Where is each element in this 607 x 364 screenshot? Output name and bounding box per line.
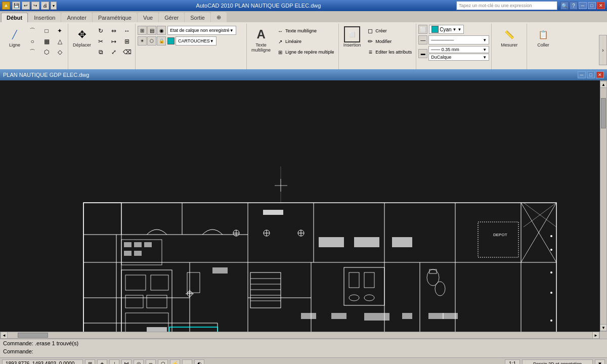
drawing-restore-button[interactable]: □ (587, 71, 595, 78)
texte-button[interactable]: A Textemultiligne (249, 25, 273, 54)
vscroll-thumb[interactable] (601, 98, 606, 128)
color-swatch[interactable] (167, 37, 175, 44)
dyn-button[interactable]: ⚡ (170, 359, 180, 365)
creer-icon: ◻ (366, 27, 374, 35)
color-dropdown[interactable]: Cyan ▼ (429, 25, 464, 34)
trim-button[interactable]: ✂ (95, 36, 107, 47)
deplacer-button[interactable]: ✥ Déplacer (70, 25, 94, 49)
lineaire-button[interactable]: ↔ Texte multiligne (274, 26, 336, 36)
tab-gerer[interactable]: Gérer (159, 13, 184, 22)
polar-button[interactable]: ⋈ (121, 359, 132, 365)
mesurer-button[interactable]: 📏 Mesurer (498, 25, 520, 49)
tab-insertion[interactable]: Insertion (28, 13, 61, 22)
layer-icon-1[interactable]: ⊞ (138, 26, 147, 35)
draw-more-2[interactable]: △ (54, 36, 66, 47)
minimize-button[interactable]: ─ (579, 2, 587, 9)
layer-name-dropdown[interactable]: CARTOUCHES (176, 36, 216, 46)
extend-button[interactable]: ↦ (108, 36, 120, 47)
linetype-dropdown[interactable]: ————— (428, 35, 489, 44)
region-button[interactable]: ⬡ (40, 47, 53, 57)
insertion-block-button[interactable]: ⬜ Insertion (341, 25, 364, 49)
tp-button[interactable]: ◐ (194, 359, 204, 365)
copy-icon: ⧉ (97, 48, 105, 56)
polyline-button[interactable]: ⌒ (26, 26, 39, 36)
otrack-button[interactable]: ∞ (146, 359, 156, 365)
layer-icon-2[interactable]: ▤ (147, 26, 156, 35)
search-placeholder: Tapez un mot-clé ou une expression (459, 3, 532, 8)
layer-tool-1[interactable]: ☀ (138, 36, 147, 46)
scale-button[interactable]: ⤢ (108, 47, 120, 57)
hscroll-thumb[interactable] (18, 333, 48, 338)
copy-button[interactable]: ⧉ (95, 47, 107, 57)
quick-access-print[interactable]: 🖨 (41, 2, 49, 10)
modifier-button[interactable]: ✏ Modifier (364, 36, 414, 47)
ducs-button[interactable]: ⬡ (158, 359, 168, 365)
scroll-up-button[interactable]: ▲ (600, 81, 607, 88)
help-icon[interactable]: ? (570, 2, 578, 10)
lw-button[interactable]: ▬ (182, 359, 192, 365)
restore-button[interactable]: □ (588, 2, 596, 9)
layer-state-dropdown[interactable]: Etat de calque non enregistré (167, 26, 236, 35)
ortho-button[interactable]: ⊥ (109, 359, 119, 365)
quick-access-dropdown[interactable]: ▼ (51, 2, 57, 10)
close-button[interactable]: ✕ (597, 2, 605, 9)
command-prompt[interactable]: Commande: (3, 348, 604, 356)
svg-rect-51 (428, 313, 444, 319)
annotation-scale-button[interactable]: ▼ (595, 359, 605, 365)
view-mode-display[interactable]: Dessin 2D et annotation (522, 359, 593, 365)
drawing-close-button[interactable]: ✕ (596, 71, 604, 78)
prop-icon-1[interactable]: ⬜ (418, 25, 427, 34)
search-box[interactable]: Tapez un mot-clé ou une expression (456, 1, 557, 10)
coller-button[interactable]: 📋 Coller (533, 25, 554, 49)
creer-button[interactable]: ◻ Créer (364, 26, 414, 36)
editer-attrs-button[interactable]: ≡ Editer les attributs (364, 47, 414, 57)
circle-button[interactable]: ○ (26, 36, 39, 47)
layer-dropdown[interactable]: DuCalque (428, 54, 489, 61)
quick-access-save[interactable]: 💾 (12, 2, 20, 10)
scroll-down-button[interactable]: ▼ (600, 324, 607, 331)
ligne-button[interactable]: ╱ Ligne (4, 25, 25, 49)
rectangle-button[interactable]: □ (40, 26, 53, 36)
tab-express[interactable]: ⊕ (211, 12, 227, 22)
scroll-right-button[interactable]: ► (592, 332, 599, 339)
osnap-button[interactable]: ◎ (134, 359, 144, 365)
lineweight-dropdown[interactable]: —— 0.35 mm (428, 46, 489, 53)
prop-icon-2[interactable]: — (418, 35, 427, 44)
array-button[interactable]: ⊞ (121, 36, 133, 47)
tab-annoter[interactable]: Annoter (61, 13, 92, 22)
rotate-button[interactable]: ↻ (95, 26, 107, 36)
scroll-left-button[interactable]: ◄ (1, 332, 8, 339)
color-preview (431, 26, 439, 33)
drawing-minimize-button[interactable]: ─ (578, 71, 586, 78)
horizontal-scrollbar[interactable]: ◄ ► (0, 332, 600, 339)
prop-icon-3[interactable]: ▬ (418, 49, 427, 58)
quick-access-undo[interactable]: ↩ (22, 2, 30, 10)
draw-more-1[interactable]: ✦ (54, 26, 66, 36)
hatch-button[interactable]: ▦ (40, 36, 53, 47)
drawing-canvas[interactable]: DEPOT ◄ ► ▲ (0, 80, 607, 339)
draw-more-3[interactable]: ◇ (54, 47, 66, 57)
main-title-bar: A 💾 ↩ ↪ 🖨 ▼ AutoCAD 2010 PLAN NAUTIQUE G… (0, 0, 607, 11)
tab-debut[interactable]: Début (1, 13, 28, 22)
layer-tool-2[interactable]: ⬡ (147, 36, 156, 46)
arc-button[interactable]: ⌒ (26, 47, 39, 57)
vertical-scrollbar[interactable]: ▲ ▼ (600, 80, 607, 332)
snap-button[interactable]: ◈ (97, 359, 107, 365)
table-button[interactable]: ⊞ Ligne de repère multiple (274, 47, 336, 57)
layer-icon-3[interactable]: ◉ (157, 26, 166, 35)
tab-sortie[interactable]: Sortie (185, 13, 210, 22)
ribbon-expand[interactable]: › (599, 35, 607, 65)
erase-button[interactable]: ⌫ (121, 47, 133, 57)
tab-vue[interactable]: Vue (138, 13, 158, 22)
ligne-repere-button[interactable]: ↗ Linéaire (274, 36, 336, 47)
mirror-button[interactable]: ⇔ (108, 26, 120, 36)
drawing-window-title: PLAN NAUTIQUE GDP ELEC.dwg (3, 72, 89, 78)
quick-access-redo[interactable]: ↪ (31, 2, 39, 10)
stretch-button[interactable]: ↔ (121, 26, 133, 36)
layer-tool-3[interactable]: 🔒 (157, 36, 166, 46)
svg-rect-45 (392, 237, 412, 247)
search-icon[interactable]: 🔍 (560, 2, 569, 10)
tab-parametrique[interactable]: Paramétrique (93, 13, 137, 22)
svg-rect-42 (134, 251, 142, 256)
grid-button[interactable]: ⊞ (85, 359, 95, 365)
